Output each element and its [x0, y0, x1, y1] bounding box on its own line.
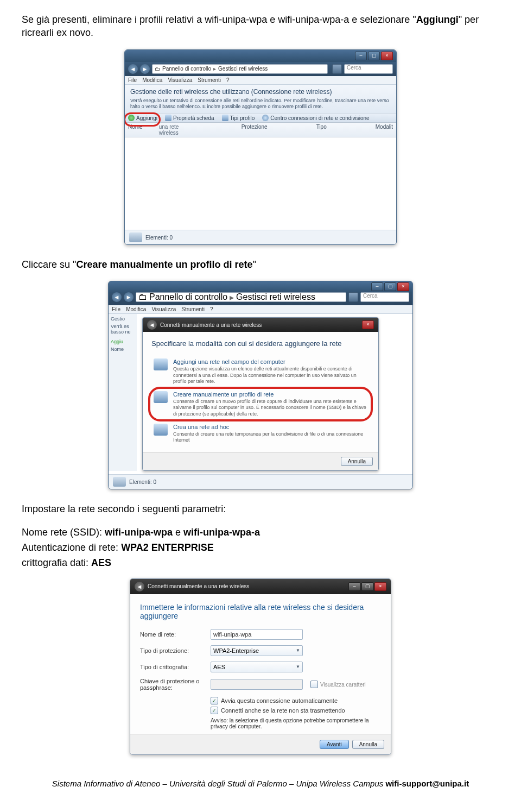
label-network-name: Nome di rete:	[140, 631, 211, 638]
chevron-down-icon: ▼	[296, 664, 300, 669]
toolbar-card-props[interactable]: Proprietà scheda	[165, 115, 214, 121]
page-footer: Sistema Informativo di Ateneo – Universi…	[22, 779, 499, 788]
col-protezione[interactable]: Protezione	[242, 124, 268, 136]
side-fragment: Gestio Verrà es basso ne Aggiu Nome	[109, 314, 137, 471]
close-button[interactable]: ×	[397, 282, 409, 291]
option-desc: Consente di creare un nuovo profilo di r…	[173, 399, 367, 417]
step2-paragraph: Cliccare su "Creare manualmente un profi…	[22, 258, 499, 271]
adhoc-icon	[154, 424, 168, 436]
option-create-adhoc[interactable]: Crea una rete ad hoc Consente di creare …	[151, 420, 370, 447]
option-desc: Consente di creare una rete temporanea p…	[173, 431, 367, 444]
search-input[interactable]: Cerca	[360, 292, 409, 302]
maximize-button[interactable]: ▢	[384, 282, 396, 291]
wizard-back-icon[interactable]: ◄	[135, 582, 144, 591]
encryption-type-select[interactable]: AES▼	[211, 662, 303, 672]
p1-aggiungi: Aggiungi	[416, 14, 459, 25]
col-tipo[interactable]: Tipo	[316, 124, 327, 136]
toolbar-network-center[interactable]: Centro connessioni di rete e condivision…	[262, 115, 369, 121]
col-nome[interactable]: Nome	[128, 124, 143, 136]
maximize-button[interactable]: ▢	[361, 582, 373, 591]
show-characters-checkbox: Visualizza caratteri	[310, 681, 366, 688]
forward-icon[interactable]: ►	[124, 292, 134, 302]
address-bar: ◄ ► 🗀 Pannello di controllo ▸ Gestisci r…	[125, 62, 396, 76]
passphrase-input	[211, 679, 303, 690]
chevron-right-icon: ▸	[213, 66, 216, 72]
menu-tools[interactable]: Strumenti	[181, 306, 205, 312]
breadcrumb-item[interactable]: Gestisci reti wireless	[218, 66, 268, 72]
menu-edit[interactable]: Modifica	[126, 306, 146, 312]
option-label: Aggiungi una rete nel campo del computer	[173, 358, 367, 365]
status-text: Elementi: 0	[145, 235, 173, 241]
close-button[interactable]: ×	[362, 320, 374, 329]
info-title: Gestione delle reti wireless che utilizz…	[130, 88, 391, 96]
add-network-wizard: ◄ Connetti manualmente a una rete wirele…	[142, 317, 379, 471]
label-security-type: Tipo di protezione:	[140, 647, 211, 654]
forward-icon[interactable]: ►	[140, 64, 150, 74]
menu-file[interactable]: File	[112, 306, 120, 312]
wizard-header: ◄ Connetti manualmente a una rete wirele…	[130, 579, 391, 594]
search-input[interactable]: Cerca	[344, 64, 393, 74]
minimize-button[interactable]: –	[371, 282, 383, 291]
menu-view[interactable]: Visualizza	[168, 77, 192, 83]
menu-file[interactable]: File	[128, 77, 137, 83]
chevron-down-icon: ▼	[296, 648, 300, 653]
status-text: Elementi: 0	[129, 479, 156, 485]
minimize-button[interactable]: –	[348, 582, 360, 591]
param-ssid-line: Nome rete (SSID): wifi-unipa-wpa e wifi-…	[22, 526, 499, 539]
menu-help[interactable]: ?	[226, 77, 230, 83]
next-button[interactable]: Avanti	[320, 740, 349, 749]
status-icon	[129, 232, 142, 242]
option-add-in-range[interactable]: Aggiungi una rete nel campo del computer…	[151, 355, 370, 388]
p2-c: "	[253, 259, 256, 270]
monitor-plus-icon	[154, 391, 168, 403]
security-type-select[interactable]: WPA2-Enterprise▼	[211, 645, 303, 656]
close-button[interactable]: ×	[374, 582, 386, 591]
option-label: Creare manualmente un profilo di rete	[173, 391, 367, 398]
breadcrumb-item[interactable]: Pannello di controllo	[149, 292, 227, 302]
folder-icon: 🗀	[155, 66, 160, 72]
plus-icon	[128, 115, 135, 121]
close-button[interactable]: ×	[381, 52, 393, 60]
back-icon[interactable]: ◄	[128, 64, 138, 74]
option-create-manual-profile[interactable]: Creare manualmente un profilo di rete Co…	[151, 388, 370, 420]
menu-view[interactable]: Visualizza	[151, 306, 176, 312]
maximize-button[interactable]: ▢	[368, 52, 380, 60]
refresh-icon[interactable]	[348, 292, 358, 302]
checkbox-icon: ✓	[211, 707, 218, 714]
window-titlebar: – ▢ ×	[125, 50, 396, 62]
column-headers: Nome una rete wireless Protezione Tipo M…	[125, 123, 396, 137]
autostart-checkbox[interactable]: ✓ Avvia questa connessione automaticamen…	[211, 697, 381, 704]
back-icon[interactable]: ◄	[112, 292, 122, 302]
toolbar-profile-types[interactable]: Tipi profilo	[222, 115, 255, 121]
minimize-button[interactable]: –	[355, 52, 367, 60]
parent-window-back: – ▢ × ◄ ► 🗀 Pannello di controllo ▸ Gest…	[109, 281, 412, 305]
breadcrumb-item[interactable]: Pannello di controllo	[162, 66, 211, 72]
breadcrumb-item[interactable]: Gestisci reti wireless	[236, 292, 315, 302]
menu-bar: File Modifica Visualizza Strumenti ?	[109, 305, 412, 314]
form-heading: Immettere le informazioni relative alla …	[140, 603, 381, 620]
network-icon	[262, 115, 269, 121]
menu-edit[interactable]: Modifica	[142, 77, 162, 83]
network-name-input[interactable]	[211, 629, 303, 640]
label-passphrase: Chiave di protezione o passphrase:	[140, 678, 211, 691]
col-modalita[interactable]: Modalit	[376, 124, 393, 136]
toolbar-add[interactable]: Aggiungi	[128, 115, 157, 121]
support-email: wifi-support@unipa.it	[385, 779, 469, 788]
monitor-icon	[154, 358, 168, 370]
p1-text-a: Se già presenti, eliminare i profili rel…	[22, 14, 416, 25]
cancel-button[interactable]: Annulla	[341, 457, 373, 466]
manage-networks-window: – ▢ × ◄ ► 🗀 Pannello di controllo ▸ Gest…	[124, 49, 397, 246]
network-list-empty	[125, 137, 396, 230]
cancel-button[interactable]: Annulla	[352, 740, 384, 749]
connect-hidden-checkbox[interactable]: ✓ Connetti anche se la rete non sta tras…	[211, 707, 381, 714]
status-bar: Elementi: 0	[109, 474, 412, 489]
menu-tools[interactable]: Strumenti	[198, 77, 221, 83]
breadcrumb[interactable]: 🗀 Pannello di controllo ▸ Gestisci reti …	[152, 64, 328, 74]
intro-paragraph: Se già presenti, eliminare i profili rel…	[22, 13, 499, 40]
col-extra: una rete wireless	[159, 124, 193, 136]
window-caption	[128, 53, 130, 59]
wizard-back-icon[interactable]: ◄	[147, 320, 157, 330]
params-heading: Impostare la rete secondo i seguenti par…	[22, 502, 499, 515]
menu-help[interactable]: ?	[210, 306, 213, 312]
refresh-icon[interactable]	[332, 64, 342, 74]
